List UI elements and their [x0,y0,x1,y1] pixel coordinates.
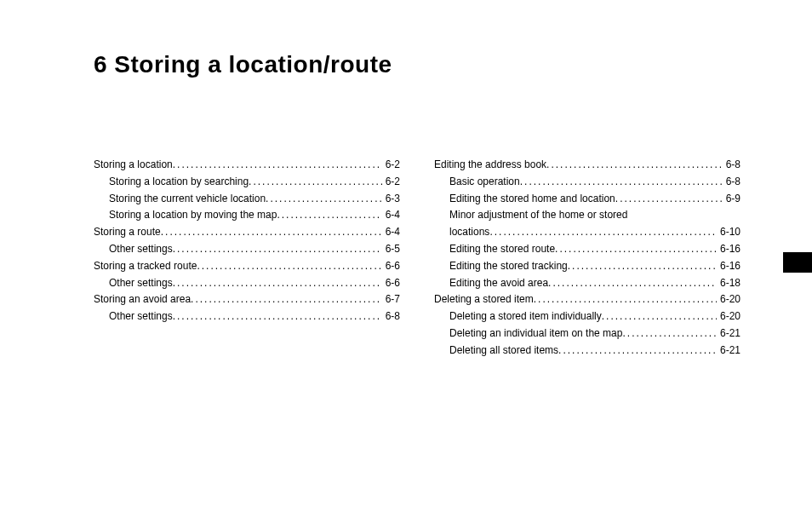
toc-entry: Basic operation6-8 [434,174,741,191]
toc-leader-dots [173,275,382,292]
toc-leader-dots [615,191,723,208]
toc-leader-dots [161,224,382,241]
toc-entry: Deleting all stored items6-21 [434,342,741,360]
toc-entry-label: Other settings [94,308,173,325]
toc-entry-label: Editing the stored route [434,241,555,258]
toc-entry: Deleting a stored item6-20 [434,291,741,308]
toc-entry: Other settings6-5 [94,241,400,258]
toc-entry: Storing a tracked route6-6 [94,258,400,275]
toc-leader-dots [558,342,717,360]
toc-entry-label: Other settings [94,275,173,292]
toc-entry-page: 6-16 [717,258,741,275]
toc-entry-label: Editing the stored home and location [434,191,615,208]
toc-entry: Editing the address book6-8 [434,157,741,174]
toc-leader-dots [555,241,717,258]
chapter-number: 6 [94,51,107,78]
toc-entry-label: locations [434,224,489,241]
toc-entry-page: 6-6 [382,258,400,275]
toc-entry-label: Deleting a stored item [434,291,534,308]
toc-entry-page: 6-18 [717,275,741,292]
toc-entry-page: 6-21 [717,342,741,360]
toc-leader-dots [520,174,723,191]
toc-entry-page: 6-6 [382,275,400,292]
toc-column-right: Editing the address book6-8Basic operati… [434,157,741,360]
toc-entry: Editing the stored tracking6-16 [434,258,741,275]
toc-leader-dots [277,207,381,224]
chapter-title: 6 Storing a location/route [94,51,392,78]
toc-leader-dots [173,241,382,258]
toc-entry: Deleting a stored item individually6-20 [434,308,741,325]
toc-entry-page: 6-2 [382,174,400,191]
toc-leader-dots [546,157,723,174]
toc-entry-label: Editing the address book [434,157,546,174]
toc-leader-dots [548,275,717,292]
toc-entry-page: 6-8 [723,174,741,191]
toc-entry-label: Storing a location by moving the map [94,207,277,224]
page: 6 Storing a location/route Storing a loc… [0,0,812,518]
toc-leader-dots [568,258,717,275]
toc-entry: Minor adjustment of the home or stored [434,207,741,224]
toc-entry: Editing the stored route6-16 [434,241,741,258]
toc-leader-dots [173,308,382,325]
toc-entry-label: Storing a tracked route [94,258,197,275]
toc-leader-dots [534,291,717,308]
toc-entry: Storing an avoid area6-7 [94,291,400,308]
toc-entry: Storing a route6-4 [94,224,400,241]
toc-entry: Storing the current vehicle location6-3 [94,191,400,208]
toc-entry-label: Deleting all stored items [434,342,558,360]
toc-entry: Storing a location by searching6-2 [94,174,400,191]
toc-entry-label: Editing the stored tracking [434,258,568,275]
toc-entry: Editing the stored home and location6-9 [434,191,741,208]
toc-entry-page: 6-5 [382,241,400,258]
toc-entry: Deleting an individual item on the map6-… [434,325,741,342]
toc-entry-page: 6-20 [717,308,741,325]
toc-entry-page: 6-7 [382,291,400,308]
toc-entry-label: Storing a location [94,157,173,174]
toc-entry: Storing a location by moving the map6-4 [94,207,400,224]
toc-entry-label: Deleting an individual item on the map [434,325,622,342]
toc-entry-page: 6-4 [382,224,400,241]
toc-entry-label: Minor adjustment of the home or stored [434,207,627,224]
section-tab-marker [783,252,812,273]
toc-entry-label: Editing the avoid area [434,275,548,292]
toc-entry-label: Basic operation [434,174,520,191]
toc-entry: Editing the avoid area6-18 [434,275,741,292]
toc-entry-label: Deleting a stored item individually [434,308,602,325]
toc-entry-label: Storing a location by searching [94,174,249,191]
toc-entry-page: 6-9 [723,191,741,208]
toc-entry-label: Storing a route [94,224,161,241]
toc-column-left: Storing a location6-2Storing a location … [94,157,400,360]
toc-entry-page: 6-10 [717,224,741,241]
table-of-contents: Storing a location6-2Storing a location … [94,157,741,360]
toc-entry-label: Storing an avoid area [94,291,191,308]
toc-entry-page: 6-2 [382,157,400,174]
toc-leader-dots [602,308,717,325]
toc-entry-page: 6-8 [723,157,741,174]
chapter-title-text: Storing a location/route [114,51,392,78]
toc-entry-page: 6-16 [717,241,741,258]
toc-leader-dots [249,174,382,191]
toc-leader-dots [266,191,382,208]
toc-entry-label: Other settings [94,241,173,258]
toc-entry-page: 6-20 [717,291,741,308]
toc-leader-dots [622,325,717,342]
toc-entry-label: Storing the current vehicle location [94,191,266,208]
toc-entry-page: 6-21 [717,325,741,342]
toc-entry-page: 6-4 [382,207,400,224]
toc-entry: Other settings6-6 [94,275,400,292]
toc-entry: Storing a location6-2 [94,157,400,174]
toc-entry-page: 6-3 [382,191,400,208]
toc-entry: Other settings6-8 [94,308,400,325]
toc-leader-dots [489,224,717,241]
toc-entry: locations6-10 [434,224,741,241]
toc-leader-dots [173,157,382,174]
toc-leader-dots [191,291,382,308]
toc-entry-page: 6-8 [382,308,400,325]
toc-leader-dots [197,258,381,275]
